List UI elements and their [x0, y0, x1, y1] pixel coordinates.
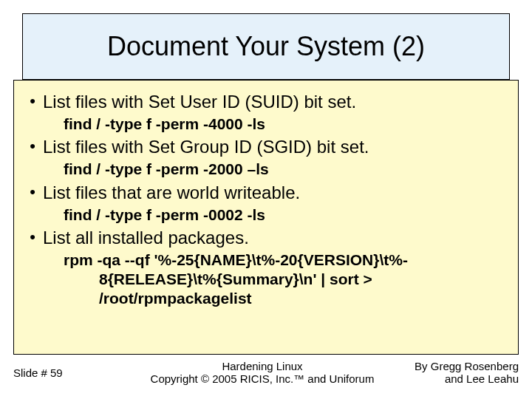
- bullet-4-text: List all installed packages.: [43, 227, 510, 249]
- bullet-4-command-line1: rpm -qa --qf '%-25{NAME}\t%-20{VERSION}\…: [64, 250, 510, 270]
- footer-slide-number: Slide # 59: [13, 366, 132, 379]
- bullet-3: • List files that are world writeable.: [22, 182, 510, 204]
- slide: Document Your System (2) • List files wi…: [0, 0, 532, 399]
- bullet-2-command: find / -type f -perm -2000 –ls: [64, 160, 510, 179]
- bullet-1: • List files with Set User ID (SUID) bit…: [22, 91, 510, 113]
- bullet-dot: •: [22, 227, 43, 248]
- bullet-1-command: find / -type f -perm -4000 -ls: [64, 115, 510, 134]
- bullet-4-command-line3: /root/rpmpackagelist: [64, 289, 510, 308]
- bullet-2-text: List files with Set Group ID (SGID) bit …: [43, 136, 510, 158]
- slide-title: Document Your System (2): [107, 31, 425, 62]
- slide-content: • List files with Set User ID (SUID) bit…: [22, 89, 510, 309]
- bullet-dot: •: [22, 91, 43, 112]
- bullet-4-command-line2: 8{RELEASE}\t%{Summary}\n' | sort >: [64, 270, 510, 289]
- footer-center-line2: Copyright © 2005 RICIS, Inc.™ and Unifor…: [132, 372, 393, 385]
- footer-authors: By Gregg Rosenberg and Lee Leahu: [393, 360, 519, 386]
- bullet-2: • List files with Set Group ID (SGID) bi…: [22, 136, 510, 158]
- footer-center: Hardening Linux Copyright © 2005 RICIS, …: [132, 360, 393, 386]
- title-box: Document Your System (2): [22, 13, 510, 80]
- slide-footer: Slide # 59 Hardening Linux Copyright © 2…: [13, 356, 519, 389]
- footer-right-line2: and Lee Leahu: [393, 372, 519, 385]
- bullet-1-text: List files with Set User ID (SUID) bit s…: [43, 91, 510, 113]
- footer-right-line1: By Gregg Rosenberg: [393, 360, 519, 372]
- bullet-3-command: find / -type f -perm -0002 -ls: [64, 205, 510, 225]
- bullet-3-text: List files that are world writeable.: [43, 182, 510, 204]
- bullet-dot: •: [22, 182, 43, 202]
- bullet-4: • List all installed packages.: [22, 227, 510, 249]
- bullet-dot: •: [22, 136, 43, 157]
- footer-center-line1: Hardening Linux: [132, 360, 393, 372]
